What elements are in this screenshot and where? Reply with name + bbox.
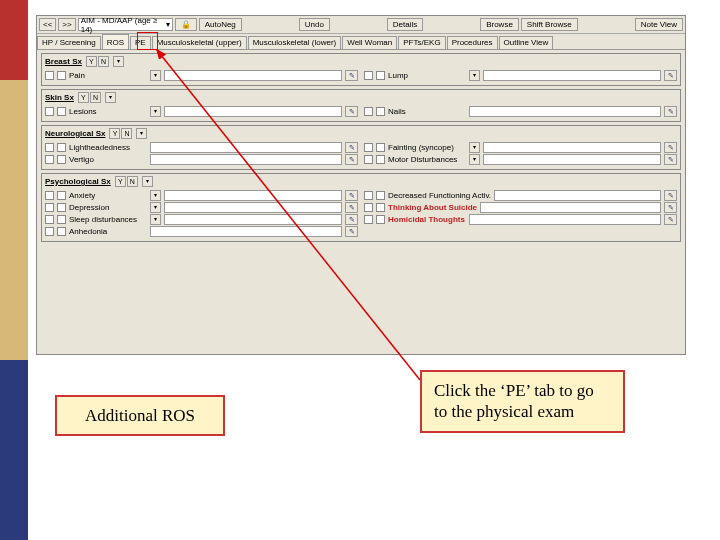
n-button[interactable]: N [90, 92, 101, 103]
checkbox[interactable] [376, 71, 385, 80]
checkbox[interactable] [376, 143, 385, 152]
y-button[interactable]: Y [86, 56, 97, 67]
chevron-down-icon[interactable]: ▾ [113, 56, 124, 67]
checkbox[interactable] [376, 107, 385, 116]
checkbox[interactable] [376, 155, 385, 164]
text-field[interactable] [480, 202, 661, 213]
n-button[interactable]: N [127, 176, 138, 187]
text-field[interactable] [164, 202, 342, 213]
checkbox[interactable] [364, 215, 373, 224]
edit-icon[interactable]: ✎ [345, 226, 358, 237]
tab-msk-upper[interactable]: Musculoskeletal (upper) [152, 36, 247, 49]
undo-button[interactable]: Undo [299, 18, 330, 31]
chevron-down-icon[interactable]: ▾ [150, 202, 161, 213]
checkbox[interactable] [364, 143, 373, 152]
text-field[interactable] [494, 190, 661, 201]
edit-icon[interactable]: ✎ [345, 70, 358, 81]
edit-icon[interactable]: ✎ [345, 190, 358, 201]
checkbox[interactable] [57, 107, 66, 116]
checkbox[interactable] [57, 143, 66, 152]
edit-icon[interactable]: ✎ [664, 190, 677, 201]
template-dropdown[interactable]: AIM - MD/AAP (age ≥ 14) ▾ [78, 18, 173, 31]
checkbox[interactable] [57, 227, 66, 236]
chevron-down-icon[interactable]: ▾ [469, 70, 480, 81]
chevron-down-icon[interactable]: ▾ [150, 214, 161, 225]
checkbox[interactable] [364, 107, 373, 116]
y-button[interactable]: Y [78, 92, 89, 103]
edit-icon[interactable]: ✎ [345, 106, 358, 117]
edit-icon[interactable]: ✎ [664, 70, 677, 81]
chevron-down-icon[interactable]: ▾ [469, 142, 480, 153]
edit-icon[interactable]: ✎ [345, 214, 358, 225]
shift-browse-button[interactable]: Shift Browse [521, 18, 578, 31]
text-field[interactable] [469, 106, 661, 117]
edit-icon[interactable]: ✎ [664, 106, 677, 117]
tab-pfts-ekg[interactable]: PFTs/EKG [398, 36, 445, 49]
checkbox[interactable] [45, 155, 54, 164]
tab-pe[interactable]: PE [130, 36, 151, 49]
checkbox[interactable] [376, 203, 385, 212]
tab-msk-lower[interactable]: Musculoskeletal (lower) [248, 36, 342, 49]
text-field[interactable] [164, 190, 342, 201]
tab-ros[interactable]: ROS [102, 34, 129, 49]
tab-procedures[interactable]: Procedures [447, 36, 498, 49]
chevron-down-icon[interactable]: ▾ [136, 128, 147, 139]
chevron-down-icon[interactable]: ▾ [150, 190, 161, 201]
chevron-down-icon[interactable]: ▾ [150, 70, 161, 81]
checkbox[interactable] [364, 155, 373, 164]
checkbox[interactable] [57, 215, 66, 224]
checkbox[interactable] [376, 215, 385, 224]
text-field[interactable] [150, 142, 342, 153]
text-field[interactable] [150, 226, 342, 237]
checkbox[interactable] [45, 107, 54, 116]
checkbox[interactable] [376, 191, 385, 200]
checkbox[interactable] [45, 143, 54, 152]
y-button[interactable]: Y [115, 176, 126, 187]
text-field[interactable] [164, 106, 342, 117]
text-field[interactable] [483, 154, 661, 165]
text-field[interactable] [150, 154, 342, 165]
checkbox[interactable] [45, 71, 54, 80]
checkbox[interactable] [45, 191, 54, 200]
autoneg-button[interactable]: AutoNeg [199, 18, 242, 31]
chevron-down-icon[interactable]: ▾ [142, 176, 153, 187]
checkbox[interactable] [364, 71, 373, 80]
text-field[interactable] [164, 70, 342, 81]
checkbox[interactable] [45, 227, 54, 236]
chevron-down-icon[interactable]: ▾ [469, 154, 480, 165]
checkbox[interactable] [57, 71, 66, 80]
edit-icon[interactable]: ✎ [345, 142, 358, 153]
text-field[interactable] [164, 214, 342, 225]
symptom-row: Pain ▾ ✎ [45, 70, 358, 81]
tab-outline-view[interactable]: Outline View [499, 36, 554, 49]
checkbox[interactable] [57, 155, 66, 164]
text-field[interactable] [483, 142, 661, 153]
edit-icon[interactable]: ✎ [664, 154, 677, 165]
text-field[interactable] [483, 70, 661, 81]
checkbox[interactable] [57, 191, 66, 200]
details-button[interactable]: Details [387, 18, 423, 31]
y-button[interactable]: Y [109, 128, 120, 139]
checkbox[interactable] [364, 191, 373, 200]
checkbox[interactable] [364, 203, 373, 212]
note-view-button[interactable]: Note View [635, 18, 683, 31]
prev-button[interactable]: << [39, 18, 56, 31]
tab-hp-screening[interactable]: HP / Screening [37, 36, 101, 49]
edit-icon[interactable]: ✎ [664, 142, 677, 153]
chevron-down-icon[interactable]: ▾ [150, 106, 161, 117]
next-button[interactable]: >> [58, 18, 75, 31]
browse-button[interactable]: Browse [480, 18, 519, 31]
checkbox[interactable] [57, 203, 66, 212]
checkbox[interactable] [45, 203, 54, 212]
lock-button[interactable]: 🔒 [175, 18, 197, 31]
n-button[interactable]: N [98, 56, 109, 67]
edit-icon[interactable]: ✎ [345, 202, 358, 213]
edit-icon[interactable]: ✎ [664, 202, 677, 213]
edit-icon[interactable]: ✎ [345, 154, 358, 165]
checkbox[interactable] [45, 215, 54, 224]
tab-well-woman[interactable]: Well Woman [342, 36, 397, 49]
text-field[interactable] [469, 214, 661, 225]
n-button[interactable]: N [121, 128, 132, 139]
chevron-down-icon[interactable]: ▾ [105, 92, 116, 103]
edit-icon[interactable]: ✎ [664, 214, 677, 225]
